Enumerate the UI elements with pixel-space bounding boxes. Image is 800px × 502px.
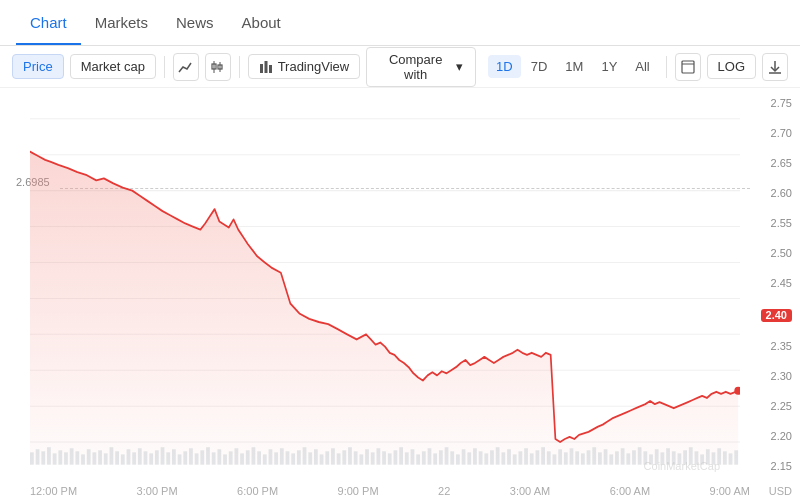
x-axis: 12:00 PM 3:00 PM 6:00 PM 9:00 PM 22 3:00…: [30, 485, 750, 497]
x-label-3am: 3:00 AM: [510, 485, 550, 497]
y-label-260: 2.60: [761, 188, 792, 199]
y-label-220: 2.20: [761, 431, 792, 442]
y-label-230: 2.30: [761, 371, 792, 382]
period-7d[interactable]: 7D: [523, 55, 556, 78]
divider-2: [239, 56, 240, 78]
candle-chart-icon[interactable]: [205, 53, 231, 81]
y-label-265: 2.65: [761, 158, 792, 169]
y-label-250: 2.50: [761, 248, 792, 259]
compare-label: Compare with: [379, 52, 452, 82]
svg-rect-4: [260, 64, 263, 73]
download-icon[interactable]: [762, 53, 788, 81]
currency-label: USD: [769, 485, 792, 497]
period-buttons: 1D 7D 1M 1Y All: [488, 55, 658, 78]
y-label-235: 2.35: [761, 341, 792, 352]
price-button[interactable]: Price: [12, 54, 64, 79]
divider-3: [666, 56, 667, 78]
x-label-6pm: 6:00 PM: [237, 485, 278, 497]
tab-chart[interactable]: Chart: [16, 2, 81, 45]
compare-button[interactable]: Compare with ▾: [366, 47, 476, 87]
period-1d[interactable]: 1D: [488, 55, 521, 78]
x-label-9pm: 9:00 PM: [338, 485, 379, 497]
period-all[interactable]: All: [627, 55, 657, 78]
y-label-255: 2.55: [761, 218, 792, 229]
chart-area: 2.6985: [0, 88, 800, 502]
y-label-240: 2.40: [761, 309, 792, 322]
svg-rect-7: [682, 61, 694, 73]
marketcap-button[interactable]: Market cap: [70, 54, 156, 79]
line-chart-icon[interactable]: [173, 53, 199, 81]
x-label-12pm: 12:00 PM: [30, 485, 77, 497]
tradingview-button[interactable]: TradingView: [248, 54, 361, 79]
y-axis: 2.75 2.70 2.65 2.60 2.55 2.50 2.45 2.40 …: [761, 88, 792, 502]
tab-markets[interactable]: Markets: [81, 2, 162, 45]
log-button[interactable]: LOG: [707, 54, 756, 79]
svg-rect-5: [264, 61, 267, 73]
y-label-225: 2.25: [761, 401, 792, 412]
x-label-9am: 9:00 AM: [710, 485, 750, 497]
divider-1: [164, 56, 165, 78]
tradingview-label: TradingView: [278, 59, 350, 74]
x-label-3pm: 3:00 PM: [137, 485, 178, 497]
price-chart-svg: [30, 88, 740, 478]
y-label-275: 2.75: [761, 98, 792, 109]
y-label-270: 2.70: [761, 128, 792, 139]
chevron-down-icon: ▾: [456, 59, 463, 74]
toolbar: Price Market cap TradingView Compare wit…: [0, 46, 800, 88]
x-label-22: 22: [438, 485, 450, 497]
x-label-6am: 6:00 AM: [610, 485, 650, 497]
period-1y[interactable]: 1Y: [593, 55, 625, 78]
svg-rect-6: [269, 65, 272, 73]
y-label-245: 2.45: [761, 278, 792, 289]
y-label-215: 2.15: [761, 461, 792, 472]
fullscreen-icon[interactable]: [675, 53, 701, 81]
tab-about[interactable]: About: [228, 2, 295, 45]
nav-tabs: Chart Markets News About: [0, 0, 800, 46]
tab-news[interactable]: News: [162, 2, 228, 45]
period-1m[interactable]: 1M: [557, 55, 591, 78]
watermark: CoinMarketCap: [644, 460, 720, 472]
